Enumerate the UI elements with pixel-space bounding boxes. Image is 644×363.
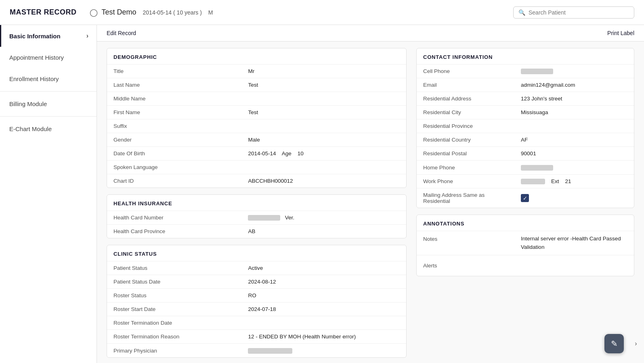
right-column: CONTACT INFORMATION Cell Phone Email adm… <box>416 48 634 358</box>
field-value <box>514 161 634 174</box>
field-value: ✓ <box>514 188 634 208</box>
sidebar-label-billing-module: Billing Module <box>9 100 47 107</box>
table-row: Residential Country AF <box>417 133 634 147</box>
field-label: Residential Address <box>417 92 514 106</box>
field-label: Patient Status Date <box>107 275 241 289</box>
field-label: Residential City <box>417 106 514 119</box>
table-row: Patient Status Date 2024-08-12 <box>107 275 406 289</box>
field-label: Email <box>417 78 514 92</box>
field-label: Roster Status <box>107 289 241 302</box>
field-value: admin124@gmail.com <box>514 78 634 92</box>
field-label: Residential Country <box>417 133 514 147</box>
demographic-title: DEMOGRAPHIC <box>107 48 406 64</box>
field-value <box>241 119 406 133</box>
sidebar-divider-2 <box>0 116 96 117</box>
field-label: First Name <box>107 106 241 119</box>
table-row: Spoken Language <box>107 161 406 174</box>
field-label: Primary Physician <box>107 344 241 357</box>
field-value <box>514 65 634 78</box>
patient-icon: ◯ <box>90 8 98 17</box>
table-row: Patient Status Active <box>107 261 406 275</box>
search-icon: 🔍 <box>518 9 525 16</box>
table-row: Mailing Address Same as Residential ✓ <box>417 188 634 208</box>
table-row: Primary Physician <box>107 344 406 357</box>
field-value: 90001 <box>514 147 634 161</box>
sidebar-item-basic-information[interactable]: Basic Information › <box>0 25 96 47</box>
sidebar-item-enrollment-history[interactable]: Enrollment History <box>0 68 96 90</box>
patient-gender: M <box>208 9 213 16</box>
table-row: Work Phone Ext 21 <box>417 174 634 188</box>
field-label: Patient Status <box>107 261 241 275</box>
field-label: Health Card Province <box>107 225 241 238</box>
field-value: 2024-07-18 <box>241 302 406 316</box>
table-row: Chart ID ABCCHBH000012 <box>107 174 406 188</box>
search-box[interactable]: 🔍 <box>513 6 634 19</box>
table-row: Title Mr <box>107 65 406 78</box>
field-value: Ver. <box>241 211 406 225</box>
redacted-work-phone <box>521 179 545 184</box>
print-label-link[interactable]: Print Label <box>607 30 634 36</box>
table-row: Last Name Test <box>107 78 406 92</box>
sidebar-label-enrollment-history: Enrollment History <box>9 75 59 82</box>
field-label: Home Phone <box>417 161 514 174</box>
field-label: Date Of Birth <box>107 147 241 161</box>
field-value <box>241 161 406 174</box>
sidebar-item-billing-module[interactable]: Billing Module <box>0 93 96 115</box>
table-row: Gender Male <box>107 133 406 147</box>
table-row: Cell Phone <box>417 65 634 78</box>
sidebar-item-e-chart-module[interactable]: E-Chart Module <box>0 118 96 140</box>
field-value <box>241 344 406 357</box>
redacted-primary-physician <box>248 348 292 354</box>
sidebar-item-appointment-history[interactable]: Appointment History <box>0 47 96 68</box>
patient-dob: 2014-05-14 ( 10 years ) <box>143 9 202 16</box>
mailing-same-checkbox[interactable]: ✓ <box>521 194 529 202</box>
table-row: Residential Postal 90001 <box>417 147 634 161</box>
table-row: Roster Termination Reason 12 - ENDED BY … <box>107 330 406 344</box>
search-input[interactable] <box>529 9 629 16</box>
field-value: ABCCHBH000012 <box>241 174 406 188</box>
field-value: RO <box>241 289 406 302</box>
clinic-status-table: Patient Status Active Patient Status Dat… <box>107 261 406 357</box>
table-row: Suffix <box>107 119 406 133</box>
field-label: Work Phone <box>417 174 514 188</box>
field-value: AF <box>514 133 634 147</box>
field-label: Residential Province <box>417 119 514 133</box>
table-row: Email admin124@gmail.com <box>417 78 634 92</box>
fab-edit-button[interactable]: ✎ <box>604 334 624 353</box>
table-row: Date Of Birth 2014-05-14 Age 10 <box>107 147 406 161</box>
table-row: Residential Province <box>417 119 634 133</box>
sidebar-label-e-chart-module: E-Chart Module <box>9 125 52 132</box>
field-label: Spoken Language <box>107 161 241 174</box>
table-row: Roster Status RO <box>107 289 406 302</box>
side-arrow-button[interactable]: › <box>631 334 641 353</box>
app-title: MASTER RECORD <box>10 8 77 17</box>
edit-record-link[interactable]: Edit Record <box>107 30 136 36</box>
table-row: First Name Test <box>107 106 406 119</box>
contact-information-section: CONTACT INFORMATION Cell Phone Email adm… <box>416 48 634 208</box>
table-row: Health Card Province AB <box>107 225 406 238</box>
table-row: Roster Start Date 2024-07-18 <box>107 302 406 316</box>
field-label: Roster Start Date <box>107 302 241 316</box>
redacted-cell-phone <box>521 69 553 74</box>
field-value: Test <box>241 78 406 92</box>
table-row: Notes Internal server error -Health Card… <box>417 231 634 255</box>
field-value: Mr <box>241 65 406 78</box>
sidebar-label-appointment-history: Appointment History <box>9 54 64 61</box>
field-value: 123 John's street <box>514 92 634 106</box>
content-header: Edit Record Print Label <box>97 25 644 42</box>
field-label: Gender <box>107 133 241 147</box>
clinic-status-title: CLINIC STATUS <box>107 245 406 261</box>
field-label: Middle Name <box>107 92 241 106</box>
table-row: Residential Address 123 John's street <box>417 92 634 106</box>
health-insurance-title: HEALTH INSURANCE <box>107 195 406 211</box>
field-value: Male <box>241 133 406 147</box>
chevron-right-icon: › <box>86 32 88 40</box>
chevron-right-icon: › <box>635 340 637 347</box>
field-value: Missisuaga <box>514 106 634 119</box>
annotations-table: Notes Internal server error -Health Card… <box>417 231 634 276</box>
main-content: Edit Record Print Label DEMOGRAPHIC Titl… <box>97 25 644 363</box>
field-label: Last Name <box>107 78 241 92</box>
field-value: AB <box>241 225 406 238</box>
redacted-health-card <box>248 215 280 221</box>
table-row: Alerts <box>417 255 634 276</box>
